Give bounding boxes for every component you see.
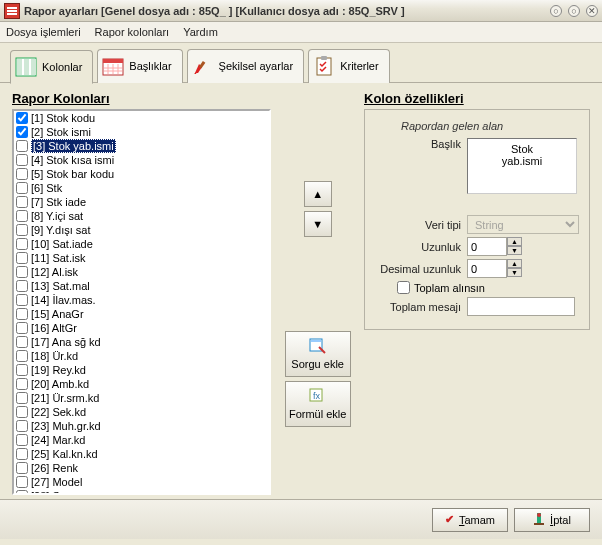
add-formula-button[interactable]: fx Formül ekle: [285, 381, 351, 427]
list-item[interactable]: [4] Stok kısa ismi: [14, 153, 269, 167]
list-item[interactable]: [8] Y.içi sat: [14, 209, 269, 223]
list-item[interactable]: [9] Y.dışı sat: [14, 223, 269, 237]
list-item[interactable]: [20] Amb.kd: [14, 377, 269, 391]
tab-kolonlar[interactable]: Kolonlar: [10, 50, 93, 84]
list-item-checkbox[interactable]: [16, 126, 28, 138]
list-item-checkbox[interactable]: [16, 112, 28, 124]
list-item[interactable]: [1] Stok kodu: [14, 111, 269, 125]
list-item[interactable]: [27] Model: [14, 475, 269, 489]
list-item[interactable]: [5] Stok bar kodu: [14, 167, 269, 181]
uzunluk-down[interactable]: ▼: [507, 246, 522, 255]
desimal-label: Desimal uzunluk: [375, 263, 467, 275]
tab-kolonlar-label: Kolonlar: [42, 61, 82, 73]
ok-button[interactable]: ✔ Tamam: [432, 508, 508, 532]
add-query-button[interactable]: Sorgu ekle: [285, 331, 351, 377]
list-item-label: [28] Sezon: [31, 490, 84, 495]
list-item-checkbox[interactable]: [16, 140, 28, 152]
list-item-checkbox[interactable]: [16, 154, 28, 166]
list-item-label: [5] Stok bar kodu: [31, 168, 114, 180]
list-item-checkbox[interactable]: [16, 490, 28, 495]
minimize-button[interactable]: ○: [550, 5, 562, 17]
list-item-label: [1] Stok kodu: [31, 112, 95, 124]
list-item-checkbox[interactable]: [16, 336, 28, 348]
list-item-checkbox[interactable]: [16, 476, 28, 488]
list-item-label: [12] Al.isk: [31, 266, 78, 278]
list-item-checkbox[interactable]: [16, 434, 28, 446]
list-item-checkbox[interactable]: [16, 350, 28, 362]
desimal-input[interactable]: [467, 259, 507, 278]
list-item-checkbox[interactable]: [16, 224, 28, 236]
list-item-checkbox[interactable]: [16, 168, 28, 180]
list-item-label: [13] Sat.mal: [31, 280, 90, 292]
list-item-checkbox[interactable]: [16, 280, 28, 292]
list-item[interactable]: [6] Stk: [14, 181, 269, 195]
list-item-label: [24] Mar.kd: [31, 434, 85, 446]
list-item[interactable]: [11] Sat.isk: [14, 251, 269, 265]
list-item[interactable]: [16] AltGr: [14, 321, 269, 335]
list-item-label: [15] AnaGr: [31, 308, 84, 320]
list-item[interactable]: [3] Stok yab.ismi: [14, 139, 269, 153]
list-item-label: [6] Stk: [31, 182, 62, 194]
veri-tipi-select[interactable]: String: [467, 215, 579, 234]
list-item-checkbox[interactable]: [16, 308, 28, 320]
list-item[interactable]: [26] Renk: [14, 461, 269, 475]
list-item-checkbox[interactable]: [16, 238, 28, 250]
menu-dosya[interactable]: Dosya işlemleri: [6, 26, 81, 38]
svg-rect-11: [198, 61, 204, 68]
list-item[interactable]: [22] Sek.kd: [14, 405, 269, 419]
list-item-checkbox[interactable]: [16, 462, 28, 474]
desimal-up[interactable]: ▲: [507, 259, 522, 268]
tab-basliklar[interactable]: Başlıklar: [97, 49, 182, 83]
cancel-button[interactable]: İptal: [514, 508, 590, 532]
list-item[interactable]: [17] Ana sğ kd: [14, 335, 269, 349]
close-button[interactable]: ✕: [586, 5, 598, 17]
tab-kriterler[interactable]: Kriterler: [308, 49, 390, 83]
list-item[interactable]: [24] Mar.kd: [14, 433, 269, 447]
list-item-checkbox[interactable]: [16, 252, 28, 264]
list-item-checkbox[interactable]: [16, 364, 28, 376]
desimal-down[interactable]: ▼: [507, 268, 522, 277]
list-item-label: [11] Sat.isk: [31, 252, 85, 264]
list-item-label: [21] Ür.srm.kd: [31, 392, 99, 404]
list-item[interactable]: [21] Ür.srm.kd: [14, 391, 269, 405]
columns-listbox[interactable]: [1] Stok kodu[2] Stok ismi[3] Stok yab.i…: [12, 109, 271, 495]
list-item-checkbox[interactable]: [16, 266, 28, 278]
list-item-checkbox[interactable]: [16, 420, 28, 432]
list-item[interactable]: [13] Sat.mal: [14, 279, 269, 293]
list-item[interactable]: [12] Al.isk: [14, 265, 269, 279]
list-item-checkbox[interactable]: [16, 448, 28, 460]
toplam-mesaji-input[interactable]: [467, 297, 575, 316]
veri-tipi-label: Veri tipi: [375, 219, 467, 231]
list-item[interactable]: [19] Rey.kd: [14, 363, 269, 377]
list-item-checkbox[interactable]: [16, 378, 28, 390]
menu-rapor[interactable]: Rapor kolonları: [95, 26, 170, 38]
list-item[interactable]: [10] Sat.iade: [14, 237, 269, 251]
move-up-button[interactable]: ▲: [304, 181, 332, 207]
toplam-mesaji-label: Toplam mesajı: [375, 301, 467, 313]
list-item[interactable]: [23] Muh.gr.kd: [14, 419, 269, 433]
move-down-button[interactable]: ▼: [304, 211, 332, 237]
list-item-checkbox[interactable]: [16, 196, 28, 208]
toplam-checkbox[interactable]: [397, 281, 410, 294]
uzunluk-up[interactable]: ▲: [507, 237, 522, 246]
list-item-checkbox[interactable]: [16, 322, 28, 334]
list-item[interactable]: [15] AnaGr: [14, 307, 269, 321]
uzunluk-input[interactable]: [467, 237, 507, 256]
tab-sekilsel[interactable]: Şekilsel ayarlar: [187, 49, 305, 83]
list-item-checkbox[interactable]: [16, 406, 28, 418]
list-item[interactable]: [2] Stok ismi: [14, 125, 269, 139]
maximize-button[interactable]: ○: [568, 5, 580, 17]
list-item[interactable]: [7] Stk iade: [14, 195, 269, 209]
list-item[interactable]: [18] Ür.kd: [14, 349, 269, 363]
list-item[interactable]: [28] Sezon: [14, 489, 269, 495]
list-item-checkbox[interactable]: [16, 294, 28, 306]
list-item[interactable]: [25] Kal.kn.kd: [14, 447, 269, 461]
list-item[interactable]: [14] İlav.mas.: [14, 293, 269, 307]
menu-yardim[interactable]: Yardım: [183, 26, 218, 38]
list-item-checkbox[interactable]: [16, 210, 28, 222]
list-item-checkbox[interactable]: [16, 392, 28, 404]
baslik-input[interactable]: Stok yab.ismi: [467, 138, 577, 194]
list-item-label: [27] Model: [31, 476, 82, 488]
list-item-checkbox[interactable]: [16, 182, 28, 194]
list-item-label: [26] Renk: [31, 462, 78, 474]
